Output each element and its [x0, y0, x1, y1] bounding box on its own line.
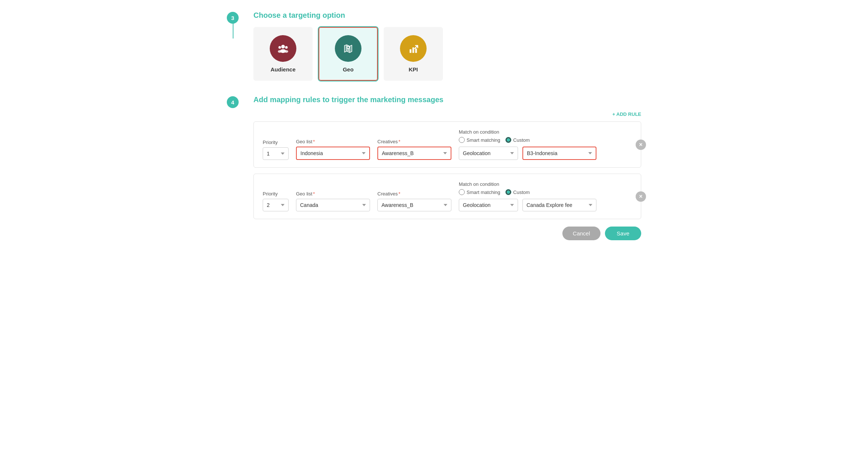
remove-rule-1-button[interactable]: × — [636, 140, 646, 150]
smart-matching-radio-2[interactable]: Smart matching — [459, 189, 500, 195]
match-condition-group-2: Match on condition Smart matching Custom — [459, 181, 596, 211]
svg-point-5 — [285, 50, 288, 53]
radio-row-2: Smart matching Custom — [459, 189, 596, 195]
rule-card-1: Priority 1 2 3 Geo list* Indone — [253, 121, 641, 168]
step3-number: 3 — [227, 12, 239, 24]
creatives-label-2: Creatives* — [377, 191, 451, 197]
audience-label: Audience — [270, 66, 296, 73]
svg-point-4 — [278, 50, 282, 53]
geo-icon-circle — [335, 35, 361, 62]
creatives-label-1: Creatives* — [377, 139, 451, 144]
cancel-button[interactable]: Cancel — [562, 227, 600, 240]
match-condition-label-1: Match on condition — [459, 129, 596, 135]
match-condition-group-1: Match on condition Smart matching Custom — [459, 129, 596, 160]
audience-icon — [276, 42, 290, 55]
custom-value-field-1: B3-Indonesia — [522, 147, 596, 160]
geo-list-select-2[interactable]: Canada Indonesia — [296, 199, 370, 211]
kpi-icon — [407, 42, 420, 55]
remove-rule-2-button[interactable]: × — [636, 191, 646, 202]
geo-list-field-1: Geo list* Indonesia Canada — [296, 139, 370, 160]
creatives-field-2: Creatives* Awareness_B — [377, 191, 451, 211]
add-rule-button[interactable]: + ADD RULE — [253, 111, 641, 117]
audience-icon-circle — [270, 35, 296, 62]
priority-select-1[interactable]: 1 2 3 — [263, 147, 289, 160]
footer-buttons: Cancel Save — [253, 227, 641, 240]
targeting-card-audience[interactable]: Audience — [253, 27, 313, 81]
geo-list-label-1: Geo list* — [296, 139, 370, 144]
geo-list-select-1[interactable]: Indonesia Canada — [296, 147, 370, 160]
priority-field-1: Priority 1 2 3 — [263, 140, 289, 160]
custom-radio-2[interactable]: Custom — [505, 189, 530, 195]
condition-select-2[interactable]: Geolocation — [459, 199, 518, 211]
step3-title: Choose a targeting option — [253, 11, 641, 20]
custom-radio-1[interactable]: Custom — [505, 137, 530, 143]
svg-point-1 — [279, 46, 281, 49]
creatives-select-2[interactable]: Awareness_B — [377, 199, 451, 211]
priority-field-2: Priority 1 2 3 — [263, 191, 289, 211]
geo-list-label-2: Geo list* — [296, 191, 370, 197]
creatives-field-1: Creatives* Awareness_B — [377, 139, 451, 160]
svg-rect-10 — [410, 49, 411, 53]
geo-icon — [342, 42, 355, 55]
targeting-options: Audience — [253, 27, 641, 81]
svg-point-9 — [347, 47, 349, 48]
step4-number: 4 — [227, 96, 239, 108]
custom-select-1[interactable]: B3-Indonesia — [522, 147, 596, 160]
kpi-icon-circle — [400, 35, 427, 62]
svg-rect-12 — [415, 48, 417, 53]
svg-point-2 — [285, 46, 288, 49]
targeting-card-geo[interactable]: Geo — [319, 27, 378, 81]
match-condition-label-2: Match on condition — [459, 181, 596, 187]
kpi-label: KPI — [408, 66, 418, 73]
svg-rect-11 — [413, 47, 414, 53]
rule-card-2: Priority 1 2 3 Geo list* Canada — [253, 174, 641, 219]
geo-label: Geo — [343, 66, 353, 73]
radio-row-1: Smart matching Custom — [459, 137, 596, 143]
condition-select-1[interactable]: Geolocation — [459, 147, 518, 160]
priority-label-2: Priority — [263, 191, 289, 197]
step4-title: Add mapping rules to trigger the marketi… — [253, 96, 641, 104]
creatives-select-1[interactable]: Awareness_B — [377, 147, 451, 160]
priority-label-1: Priority — [263, 140, 289, 145]
geo-list-field-2: Geo list* Canada Indonesia — [296, 191, 370, 211]
svg-point-0 — [281, 45, 285, 48]
targeting-card-kpi[interactable]: KPI — [384, 27, 443, 81]
smart-matching-radio-1[interactable]: Smart matching — [459, 137, 500, 143]
priority-select-2[interactable]: 1 2 3 — [263, 199, 289, 211]
custom-select-2[interactable]: Canada Explore fee — [522, 199, 596, 211]
save-button[interactable]: Save — [605, 227, 641, 240]
